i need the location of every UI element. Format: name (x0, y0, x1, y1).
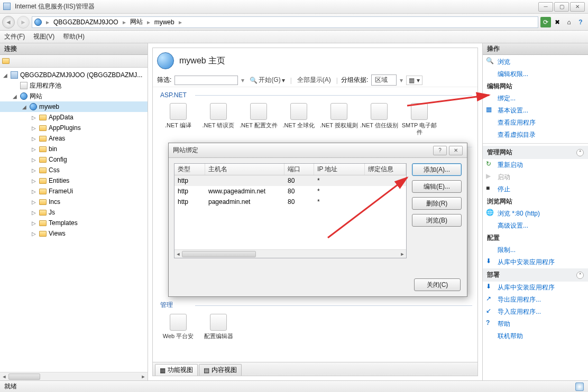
back-button[interactable]: ◄ (2, 16, 15, 29)
col-host[interactable]: 主机名 (205, 164, 284, 175)
edit-binding-button[interactable]: 编辑(E)... (412, 180, 462, 193)
close-button[interactable]: ✕ (570, 2, 585, 12)
collapse-icon[interactable]: ˄ (576, 272, 584, 279)
feature-icon[interactable]: .NET 全球化 (279, 100, 319, 139)
binding-row[interactable]: http80* (174, 175, 406, 186)
crumb-sites[interactable]: 网站 (130, 17, 143, 26)
remove-binding-button[interactable]: 删除(R) (412, 197, 462, 210)
action-browse-80[interactable]: 🌐浏览 *:80 (http) (483, 208, 588, 220)
tree-folder[interactable]: ▷Js (0, 207, 148, 218)
filter-input[interactable] (174, 76, 238, 85)
action-install-lib2[interactable]: ⬇从库中安装应用程序 (483, 282, 588, 294)
tree-site-myweb[interactable]: ◢ myweb (0, 101, 148, 112)
action-online-help[interactable]: 联机帮助 (483, 330, 588, 342)
expand-icon[interactable]: ▷ (31, 178, 37, 184)
col-port[interactable]: 端口 (284, 164, 314, 175)
tree-folder[interactable]: ▷Config (0, 154, 148, 165)
tree-folder[interactable]: ▷AppData (0, 112, 148, 123)
feature-icon[interactable]: .NET 配置文件 (238, 100, 279, 139)
action-advanced[interactable]: 高级设置... (483, 220, 588, 232)
feature-icon[interactable]: SMTP 电子邮件 (399, 100, 439, 139)
action-limits[interactable]: 限制... (483, 244, 588, 256)
tree-sites[interactable]: ◢ 网站 (0, 91, 148, 101)
crumb-server[interactable]: QBGGZBDAZMJ9JOO (53, 18, 118, 26)
col-binding[interactable]: 绑定信息 (365, 164, 406, 175)
show-all-button[interactable]: 全部显示(A) (295, 76, 333, 85)
listview-hscrollbar[interactable]: ◄ ► (174, 249, 406, 258)
start-button[interactable]: 🔍开始(G) ▾ (247, 76, 287, 85)
view-mode-button[interactable]: ▦ ▾ (406, 76, 422, 85)
expand-icon[interactable]: ▷ (31, 189, 37, 194)
feature-icon[interactable]: .NET 授权规则 (319, 100, 359, 139)
bindings-listview[interactable]: 类型 主机名 端口 IP 地址 绑定信息 http80*httpwww.page… (174, 163, 407, 258)
expand-icon[interactable]: ▷ (31, 146, 37, 152)
action-edit-permissions[interactable]: 编辑权限... (483, 68, 588, 80)
dialog-help-button[interactable]: ? (433, 146, 447, 155)
collapse-icon[interactable]: ◢ (21, 104, 27, 110)
tree-hscrollbar[interactable]: ◄► (0, 372, 148, 380)
action-view-apps[interactable]: 查看应用程序 (483, 117, 588, 129)
refresh-icon[interactable]: ⟳ (540, 17, 551, 27)
tree-folder[interactable]: ▷Areas (0, 133, 148, 144)
tab-features[interactable]: ▦功能视图 (155, 364, 198, 376)
feature-icon[interactable]: .NET 信任级别 (359, 100, 399, 139)
expand-icon[interactable]: ▷ (31, 220, 37, 226)
feature-icon[interactable]: Web 平台安 (158, 311, 198, 343)
action-install-lib[interactable]: ⬇从库中安装应用程序 (483, 256, 588, 268)
expand-icon[interactable]: ▷ (31, 231, 37, 237)
add-binding-button[interactable]: 添加(A)... (412, 163, 462, 176)
forward-button[interactable]: ► (17, 16, 30, 29)
menu-view[interactable]: 视图(V) (33, 32, 54, 41)
tree-folder[interactable]: ▷FrameUi (0, 186, 148, 197)
stop-icon[interactable]: ✖ (552, 17, 563, 27)
expand-icon[interactable]: ▷ (31, 157, 37, 163)
dialog-titlebar[interactable]: 网站绑定 ? ✕ (169, 143, 467, 158)
collapse-icon[interactable]: ◢ (2, 72, 8, 78)
tree-folder[interactable]: ▷Views (0, 228, 148, 239)
expand-icon[interactable]: ▷ (31, 136, 37, 142)
tree-folder[interactable]: ▷bin (0, 144, 148, 154)
collapse-icon[interactable]: ◢ (12, 94, 18, 99)
tab-content[interactable]: ▤内容视图 (199, 364, 242, 376)
expand-icon[interactable]: ▷ (31, 199, 37, 205)
tree-folder[interactable]: ▷Entities (0, 175, 148, 186)
dialog-close-button[interactable]: ✕ (449, 146, 463, 155)
address-bar[interactable]: ▸ QBGGZBDAZMJ9JOO ▸ 网站 ▸ myweb ▸ (32, 16, 538, 28)
binding-row[interactable]: httpwww.pageadmin.net80* (174, 186, 406, 197)
help-icon[interactable]: ? (575, 17, 586, 27)
collapse-icon[interactable]: ˄ (576, 149, 584, 156)
tree-folder[interactable]: ▷Css (0, 165, 148, 175)
group-by-select[interactable]: 区域 (371, 74, 397, 86)
tree-folder[interactable]: ▷AppPlugins (0, 123, 148, 133)
folder-icon[interactable] (2, 58, 10, 64)
menu-help[interactable]: 帮助(H) (63, 32, 85, 41)
action-help[interactable]: ?帮助 (483, 318, 588, 330)
expand-icon[interactable]: ▷ (31, 115, 37, 120)
maximize-button[interactable]: ▢ (554, 2, 569, 12)
expand-icon[interactable]: ▷ (31, 167, 37, 173)
action-explore[interactable]: 🔍浏览 (483, 56, 588, 68)
crumb-site[interactable]: myweb (154, 18, 174, 26)
action-restart[interactable]: ↻重新启动 (483, 159, 588, 171)
tree-app-pools[interactable]: 应用程序池 (0, 80, 148, 91)
close-dialog-button[interactable]: 关闭(C) (414, 278, 461, 291)
tree-server[interactable]: ◢ QBGGZBDAZMJ9JOO (QBGGZBDAZMJ... (0, 70, 148, 80)
expand-icon[interactable]: ▷ (31, 125, 37, 131)
feature-icon[interactable]: .NET 错误页 (198, 100, 238, 139)
col-ip[interactable]: IP 地址 (314, 164, 365, 175)
action-stop[interactable]: ■停止 (483, 183, 588, 195)
minimize-button[interactable]: ─ (538, 2, 553, 12)
tree-folder[interactable]: ▷Incs (0, 197, 148, 207)
action-import-app[interactable]: ↙导入应用程序... (483, 306, 588, 318)
expand-icon[interactable]: ▷ (31, 210, 37, 216)
tree-folder[interactable]: ▷Templates (0, 218, 148, 228)
action-view-vdirs[interactable]: 查看虚拟目录 (483, 129, 588, 141)
action-export-app[interactable]: ↗导出应用程序... (483, 294, 588, 306)
home-icon[interactable]: ⌂ (564, 17, 574, 27)
browse-binding-button[interactable]: 浏览(B) (412, 214, 462, 227)
feature-icon[interactable]: 配置编辑器 (198, 311, 238, 343)
action-bindings[interactable]: 绑定... (483, 92, 588, 105)
col-type[interactable]: 类型 (174, 164, 205, 175)
menu-file[interactable]: 文件(F) (4, 32, 25, 41)
feature-icon[interactable]: .NET 编译 (158, 100, 198, 139)
